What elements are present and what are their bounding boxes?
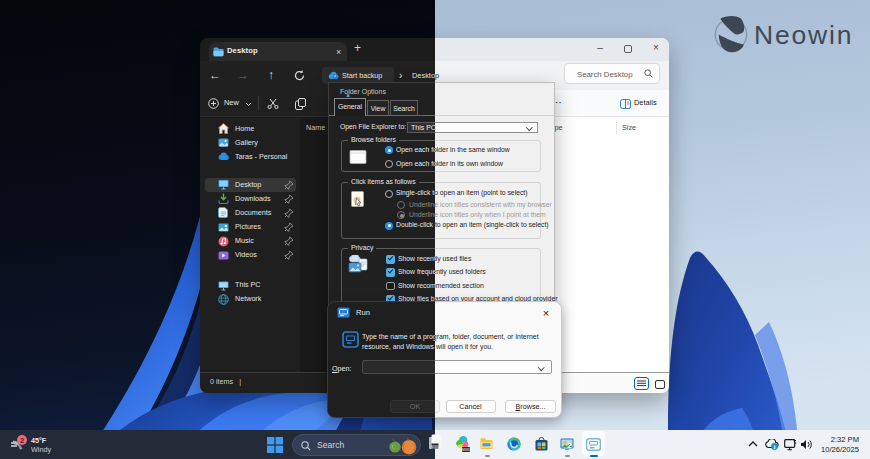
svg-text:2: 2 <box>567 440 572 449</box>
svg-text:Neowin: Neowin <box>754 20 853 50</box>
svg-text:2: 2 <box>20 436 24 445</box>
svg-text:M365: M365 <box>462 448 470 452</box>
